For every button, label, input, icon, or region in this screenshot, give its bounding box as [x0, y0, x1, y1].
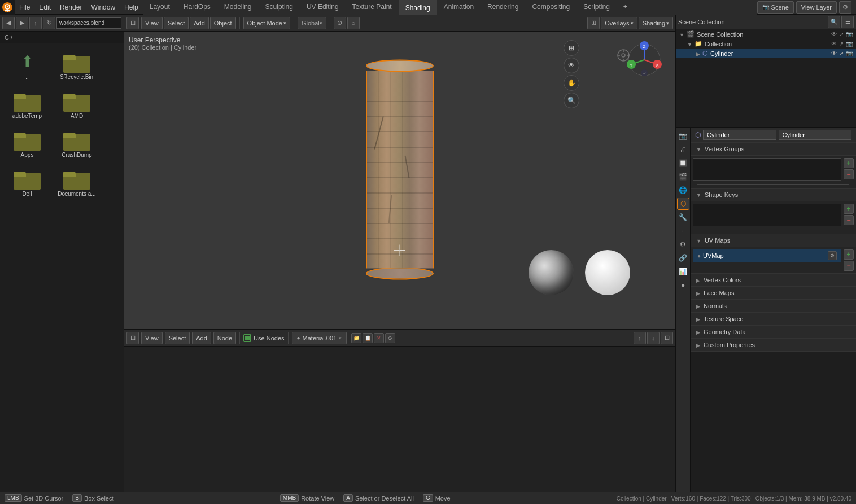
node-node-btn[interactable]: Node: [213, 332, 236, 344]
settings-btn[interactable]: ⚙: [839, 1, 851, 14]
scene-render-btn[interactable]: 📷: [846, 31, 853, 37]
face-maps-toggle[interactable]: Face Maps: [691, 287, 856, 300]
object-name-field[interactable]: Cylinder: [703, 130, 776, 140]
tab-shading[interactable]: Shading: [399, 0, 437, 15]
world-props-btn[interactable]: 🌐: [677, 184, 689, 196]
tab-modeling[interactable]: Modeling: [217, 0, 259, 15]
transform-global-btn[interactable]: Global ▾: [298, 17, 326, 29]
outliner-scene-collection[interactable]: 🎬 Scene Collection 👁 ↗ 📷: [676, 29, 856, 39]
vertex-groups-toggle[interactable]: Vertex Groups: [691, 143, 856, 156]
outliner-filter-btn[interactable]: 🔍: [828, 16, 840, 28]
vertex-colors-toggle[interactable]: Vertex Colors: [691, 274, 856, 287]
render-props-btn[interactable]: 📷: [677, 130, 689, 142]
remove-vertex-group-btn[interactable]: −: [844, 169, 854, 179]
file-item-docs[interactable]: Documents a...: [54, 165, 99, 199]
select-menu-btn[interactable]: Select: [164, 17, 189, 29]
edit-menu[interactable]: Edit: [34, 0, 55, 15]
file-menu[interactable]: File: [15, 0, 34, 15]
constraints-props-btn[interactable]: 🔗: [677, 252, 689, 264]
add-uv-map-btn[interactable]: +: [844, 249, 854, 260]
tab-layout[interactable]: Layout: [143, 0, 177, 15]
snap-btn[interactable]: ⊙: [334, 17, 346, 29]
coll-select-btn[interactable]: ↗: [839, 41, 844, 47]
tab-add[interactable]: +: [617, 0, 634, 15]
material-settings-btn[interactable]: ⊙: [385, 333, 395, 343]
node-select-btn[interactable]: Select: [165, 332, 190, 344]
path-input[interactable]: workspaces.blend: [56, 17, 121, 29]
obj-vis-btn[interactable]: 👁: [831, 50, 837, 56]
add-menu-btn[interactable]: Add: [190, 17, 209, 29]
scene-props-btn[interactable]: 🎬: [677, 170, 689, 183]
nav-back-btn[interactable]: ◀: [2, 17, 15, 29]
view-layer-props-btn[interactable]: 🔲: [677, 157, 689, 169]
tab-uv-editing[interactable]: UV Editing: [300, 0, 346, 15]
remove-uv-map-btn[interactable]: −: [844, 261, 854, 271]
viewport-nav-zoom[interactable]: 🔍: [564, 93, 579, 108]
viewport-mode-icon[interactable]: ⊞: [126, 17, 139, 29]
tab-animation[interactable]: Animation: [437, 0, 481, 15]
scene-selector[interactable]: 📷 Scene: [757, 1, 794, 14]
material-browse-btn[interactable]: 📁: [351, 333, 361, 343]
file-item-apps[interactable]: Apps: [5, 126, 50, 160]
file-item-crashdump[interactable]: CrashDump: [54, 126, 99, 160]
uv-settings-btn[interactable]: ⚙: [828, 251, 837, 260]
overlays-btn[interactable]: Overlays ▾: [601, 17, 637, 29]
file-item-adobe[interactable]: adobeTemp: [5, 87, 50, 121]
node-add-btn[interactable]: Add: [192, 332, 211, 344]
coll-render-btn[interactable]: 📷: [846, 41, 853, 47]
tab-texture-paint[interactable]: Texture Paint: [346, 0, 399, 15]
nav-up-btn[interactable]: ↑: [29, 17, 42, 29]
tab-sculpting[interactable]: Sculpting: [259, 0, 300, 15]
particles-props-btn[interactable]: ·: [677, 225, 689, 237]
remove-shape-key-btn[interactable]: −: [844, 215, 854, 225]
obj-render-btn[interactable]: 📷: [846, 50, 853, 56]
outliner-collection[interactable]: 📁 Collection 👁 ↗ 📷: [676, 39, 856, 49]
node-canvas[interactable]: UV Map UV From Instancer: [124, 347, 675, 504]
vertex-groups-expand[interactable]: [693, 183, 854, 186]
view-menu-btn[interactable]: View: [141, 17, 163, 29]
render-menu[interactable]: Render: [55, 0, 86, 15]
object-menu-btn[interactable]: Object: [210, 17, 236, 29]
object-mode-dropdown[interactable]: Object Mode ▾: [243, 17, 290, 29]
node-view-all[interactable]: ⊞: [661, 332, 673, 344]
refresh-btn[interactable]: ↻: [43, 17, 55, 29]
use-nodes-checkbox[interactable]: [243, 334, 251, 342]
uv-map-item[interactable]: ● UVMap ⚙: [693, 249, 841, 262]
gizmo-icon[interactable]: [617, 49, 630, 63]
texture-space-toggle[interactable]: Texture Space: [691, 313, 856, 326]
normals-toggle[interactable]: Normals: [691, 300, 856, 313]
output-props-btn[interactable]: 🖨: [677, 143, 689, 156]
nav-forward-btn[interactable]: ▶: [16, 17, 28, 29]
outliner-settings-btn[interactable]: ☰: [841, 16, 854, 28]
viewport-3d[interactable]: User Perspective (20) Collection | Cylin…: [124, 32, 675, 329]
file-item-amd[interactable]: AMD: [54, 87, 99, 121]
coll-vis-btn[interactable]: 👁: [831, 41, 837, 47]
scene-vis-btn[interactable]: 👁: [831, 31, 837, 37]
object-props-btn[interactable]: ⬡: [677, 198, 689, 210]
shading-btn[interactable]: Shading ▾: [639, 17, 673, 29]
physics-props-btn[interactable]: ⚙: [677, 238, 689, 251]
outliner-cylinder[interactable]: ⬡ Cylinder 👁 ↗ 📷: [676, 49, 856, 58]
node-editor-icon[interactable]: ⊞: [126, 332, 139, 344]
viewport-nav-move[interactable]: ✋: [564, 75, 579, 91]
data-props-btn[interactable]: 📊: [677, 265, 689, 278]
tab-scripting[interactable]: Scripting: [577, 0, 617, 15]
file-item-up[interactable]: ⬆ ..: [5, 48, 50, 82]
file-item-dell[interactable]: Dell: [5, 165, 50, 199]
material-props-btn[interactable]: ●: [677, 279, 689, 291]
uv-maps-toggle[interactable]: UV Maps: [691, 234, 856, 247]
viewport-nav-look[interactable]: 👁: [564, 58, 579, 73]
help-menu[interactable]: Help: [120, 0, 143, 15]
node-zoom-out[interactable]: ↓: [647, 332, 660, 344]
material-new-btn[interactable]: ✕: [374, 333, 384, 343]
material-selector[interactable]: ● Material.001 ▾: [292, 332, 347, 344]
window-menu[interactable]: Window: [86, 0, 120, 15]
tab-compositing[interactable]: Compositing: [525, 0, 577, 15]
proportional-btn[interactable]: ○: [347, 17, 360, 29]
scene-select-btn[interactable]: ↗: [839, 31, 844, 37]
custom-properties-toggle[interactable]: Custom Properties: [691, 339, 856, 352]
file-item-recycle[interactable]: $Recycle.Bin: [54, 48, 99, 82]
node-view-btn[interactable]: View: [141, 332, 163, 344]
object-name-field2[interactable]: Cylinder: [779, 130, 852, 140]
axis-widget[interactable]: Z X Y -Z: [624, 40, 664, 81]
